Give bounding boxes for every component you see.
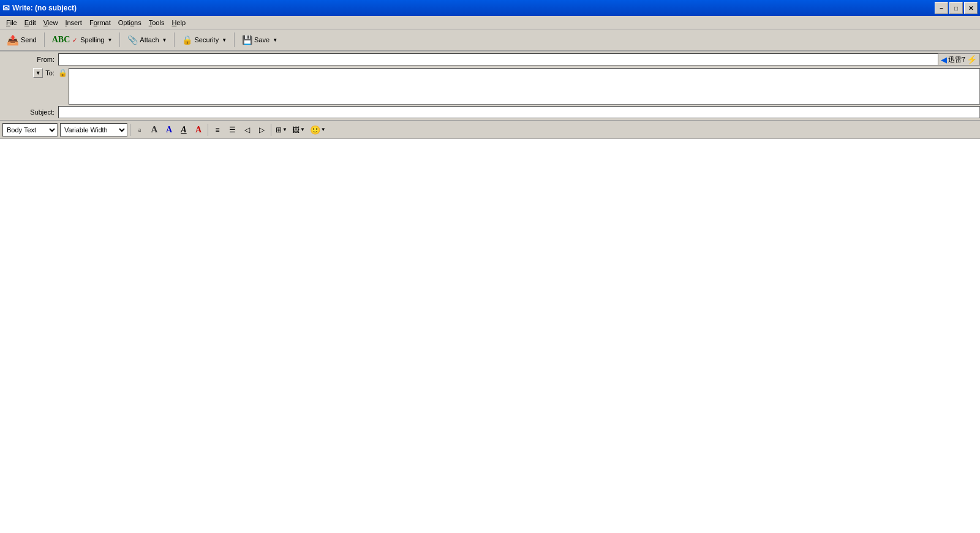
menu-edit[interactable]: Edit: [21, 18, 40, 28]
from-addon: ◀ 迅雷7 ⚡: [938, 53, 980, 66]
menu-options[interactable]: Options: [115, 18, 145, 28]
spelling-icon: ABC: [52, 35, 70, 45]
italic-button[interactable]: A: [177, 123, 190, 137]
font-smaller-button[interactable]: a: [133, 123, 146, 137]
close-button[interactable]: ✕: [964, 2, 978, 14]
smiley-icon: 🙂: [310, 125, 320, 135]
format-sep-2: [208, 124, 208, 136]
format-sep-3: [271, 124, 271, 136]
send-label: Send: [21, 36, 37, 43]
menu-view[interactable]: View: [40, 18, 62, 28]
subject-row: Subject:: [0, 105, 980, 119]
to-chevron-button[interactable]: ▼: [33, 68, 43, 78]
smiley-arrow: ▼: [321, 127, 326, 132]
indent-increase-icon: ▷: [259, 126, 265, 134]
titlebar: ✉ Write: (no subject) – □ ✕: [0, 0, 980, 16]
restore-button[interactable]: □: [949, 2, 963, 14]
font-larger-icon: A: [151, 124, 158, 135]
menu-file[interactable]: File: [2, 18, 21, 28]
from-label: From:: [0, 56, 58, 63]
italic-icon: A: [181, 125, 186, 135]
smiley-button[interactable]: 🙂 ▼: [308, 123, 328, 137]
format-sep-1: [130, 124, 130, 136]
unordered-list-button[interactable]: ≡: [211, 123, 224, 137]
attach-icon: 📎: [127, 35, 138, 45]
menubar: File Edit View Insert Format Options Too…: [0, 16, 980, 29]
insert-block-icon: ⊞: [276, 126, 282, 134]
to-left-area: ▼ To:: [0, 67, 58, 105]
menu-format[interactable]: Format: [86, 18, 115, 28]
insert-image-icon: 🖼: [292, 126, 300, 134]
minimize-button[interactable]: –: [935, 2, 948, 14]
subject-label: Subject:: [0, 108, 58, 116]
indent-decrease-button[interactable]: ◁: [240, 123, 254, 137]
menu-tools[interactable]: Tools: [145, 18, 168, 28]
attach-dropdown-arrow: ▼: [162, 37, 167, 43]
addon-text: 迅雷7: [948, 55, 965, 64]
bold-button[interactable]: A: [162, 123, 176, 137]
save-label: Save: [254, 36, 270, 43]
app-icon: ✉: [2, 3, 10, 13]
security-dropdown-arrow: ▼: [222, 37, 227, 43]
ordered-list-button[interactable]: ☰: [225, 123, 239, 137]
save-button[interactable]: 💾 Save ▼: [238, 31, 282, 48]
toolbar-sep-4: [234, 32, 235, 47]
insert-block-button[interactable]: ⊞ ▼: [274, 123, 289, 137]
security-icon: 🔒: [182, 35, 192, 45]
security-button[interactable]: 🔒 Security ▼: [178, 31, 231, 48]
security-label: Security: [194, 36, 219, 43]
from-input[interactable]: [58, 53, 938, 66]
insert-image-button[interactable]: 🖼 ▼: [290, 123, 307, 137]
insert-block-arrow: ▼: [282, 127, 287, 132]
insert-image-arrow: ▼: [300, 127, 305, 132]
attach-button[interactable]: 📎 Attach ▼: [123, 31, 171, 48]
ordered-list-icon: ☰: [229, 126, 236, 134]
toolbar-sep-1: [44, 32, 45, 47]
toolbar-sep-3: [174, 32, 175, 47]
style-select[interactable]: Body Text Heading 1 Heading 2 Heading 3: [2, 123, 58, 137]
titlebar-controls: – □ ✕: [935, 2, 978, 14]
main-toolbar: 📤 Send ABC ✓ Spelling ▼ 📎 Attach ▼ 🔒 Sec…: [0, 29, 980, 51]
to-input[interactable]: [69, 68, 980, 105]
menu-help[interactable]: Help: [168, 18, 189, 28]
underline-icon: A: [195, 125, 202, 135]
menu-insert[interactable]: Insert: [61, 18, 86, 28]
body-textarea[interactable]: [0, 139, 980, 533]
titlebar-title-area: ✉ Write: (no subject): [2, 3, 77, 13]
to-row: ▼ To: 🔒: [0, 66, 980, 105]
indent-increase-button[interactable]: ▷: [255, 123, 268, 137]
header-fields: From: ◀ 迅雷7 ⚡ ▼ To: 🔒 Subject:: [0, 51, 980, 121]
from-row: From: ◀ 迅雷7 ⚡: [0, 53, 980, 66]
font-smaller-icon: a: [138, 126, 141, 133]
unordered-list-icon: ≡: [215, 126, 219, 134]
send-button[interactable]: 📤 Send: [2, 31, 41, 48]
to-label: To:: [43, 69, 55, 77]
font-larger-button[interactable]: A: [148, 123, 161, 137]
bold-icon: A: [166, 125, 172, 135]
send-icon: 📤: [7, 34, 19, 46]
body-container: [0, 139, 980, 533]
spelling-dropdown-arrow: ▼: [107, 37, 112, 43]
to-lock-icon: 🔒: [58, 68, 67, 77]
subject-input[interactable]: [58, 106, 980, 118]
format-toolbar: Body Text Heading 1 Heading 2 Heading 3 …: [0, 121, 980, 139]
thunderbird-icon: ◀: [941, 55, 947, 64]
font-select[interactable]: Variable Width Fixed Width: [60, 123, 127, 137]
indent-decrease-icon: ◁: [244, 126, 250, 134]
spelling-check-icon: ✓: [72, 37, 77, 43]
spelling-button[interactable]: ABC ✓ Spelling ▼: [48, 31, 117, 48]
spelling-label: Spelling: [80, 36, 104, 43]
toolbar-sep-2: [119, 32, 120, 47]
window-title: Write: (no subject): [12, 4, 77, 12]
attach-label: Attach: [140, 36, 159, 43]
save-icon: 💾: [242, 35, 252, 45]
save-dropdown-arrow: ▼: [273, 37, 277, 43]
lightning-icon: ⚡: [967, 55, 977, 64]
underline-button[interactable]: A: [192, 123, 205, 137]
